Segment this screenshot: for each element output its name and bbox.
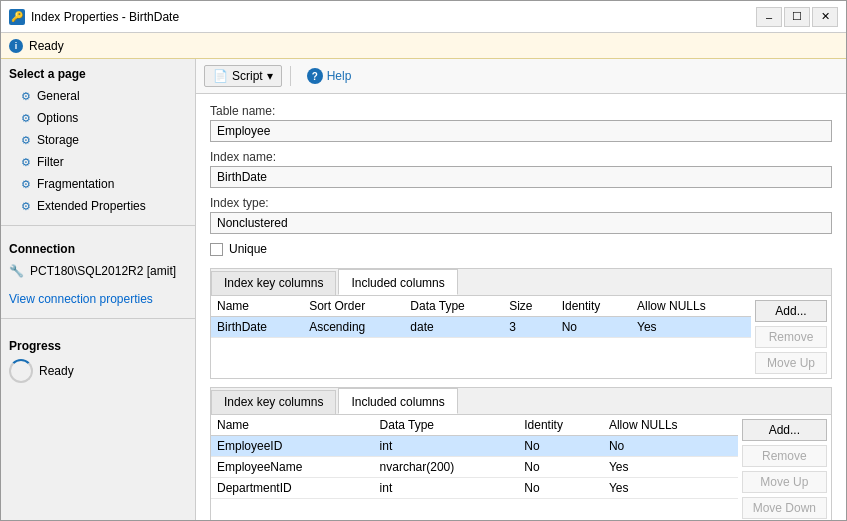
lower-col-identity: Identity	[518, 415, 603, 436]
sidebar-label-filter: Filter	[37, 155, 64, 169]
sidebar: Select a page ⚙ General ⚙ Options ⚙ Stor…	[1, 59, 196, 520]
lower-col-datatype: Data Type	[374, 415, 519, 436]
unique-row: Unique	[210, 242, 832, 256]
upper-add-button[interactable]: Add...	[755, 300, 827, 322]
extended-properties-icon: ⚙	[21, 200, 31, 213]
sidebar-item-extended-properties[interactable]: ⚙ Extended Properties	[1, 195, 195, 217]
upper-col-identity: Identity	[556, 296, 631, 317]
filter-icon: ⚙	[21, 156, 31, 169]
lower-move-down-button[interactable]: Move Down	[742, 497, 827, 519]
lower-cell-datatype-2: int	[374, 478, 519, 499]
table-name-label: Table name:	[210, 104, 832, 118]
upper-move-up-button[interactable]: Move Up	[755, 352, 827, 374]
options-icon: ⚙	[21, 112, 31, 125]
lower-table-with-buttons: Name Data Type Identity Allow NULLs Empl…	[211, 415, 831, 520]
lower-cell-allownulls-0: No	[603, 436, 738, 457]
form-area: Table name: Index name: Index type: Uniq…	[196, 94, 846, 520]
unique-label: Unique	[229, 242, 267, 256]
lower-cell-identity-2: No	[518, 478, 603, 499]
lower-cell-identity-0: No	[518, 436, 603, 457]
upper-cell-identity: No	[556, 317, 631, 338]
sidebar-item-filter[interactable]: ⚙ Filter	[1, 151, 195, 173]
lower-table-scroll: Name Data Type Identity Allow NULLs Empl…	[211, 415, 738, 520]
sidebar-item-general[interactable]: ⚙ General	[1, 85, 195, 107]
index-name-input[interactable]	[210, 166, 832, 188]
upper-col-sort: Sort Order	[303, 296, 404, 317]
lower-tabs-container: Index key columns Included columns Name	[210, 387, 832, 520]
upper-table-row[interactable]: BirthDate Ascending date 3 No Yes	[211, 317, 751, 338]
lower-tab-included[interactable]: Included columns	[338, 388, 457, 414]
upper-col-allownulls: Allow NULLs	[631, 296, 751, 317]
sidebar-item-fragmentation[interactable]: ⚙ Fragmentation	[1, 173, 195, 195]
help-button[interactable]: ? Help	[299, 65, 360, 87]
lower-cell-allownulls-1: Yes	[603, 457, 738, 478]
table-name-input[interactable]	[210, 120, 832, 142]
lower-table-row-0[interactable]: EmployeeID int No No	[211, 436, 738, 457]
sidebar-label-fragmentation: Fragmentation	[37, 177, 114, 191]
unique-checkbox[interactable]	[210, 243, 223, 256]
sidebar-item-options[interactable]: ⚙ Options	[1, 107, 195, 129]
sidebar-divider	[1, 225, 195, 226]
lower-cell-allownulls-2: Yes	[603, 478, 738, 499]
upper-tab-included-label: Included columns	[351, 276, 444, 290]
lower-cell-name-2: DepartmentID	[211, 478, 374, 499]
upper-cell-allownulls: Yes	[631, 317, 751, 338]
lower-remove-button[interactable]: Remove	[742, 445, 827, 467]
lower-cell-datatype-0: int	[374, 436, 519, 457]
upper-tab-index-key[interactable]: Index key columns	[211, 271, 336, 295]
view-connection-link[interactable]: View connection properties	[1, 288, 195, 310]
minimize-button[interactable]: –	[756, 7, 782, 27]
upper-table-scroll: Name Sort Order Data Type Size Identity …	[211, 296, 751, 378]
script-button[interactable]: 📄 Script ▾	[204, 65, 282, 87]
lower-table-row-2[interactable]: DepartmentID int No Yes	[211, 478, 738, 499]
script-icon: 📄	[213, 69, 228, 83]
lower-cell-identity-1: No	[518, 457, 603, 478]
sidebar-divider2	[1, 318, 195, 319]
upper-action-buttons: Add... Remove Move Up	[751, 296, 831, 378]
upper-table-header-row: Name Sort Order Data Type Size Identity …	[211, 296, 751, 317]
lower-tab-included-label: Included columns	[351, 395, 444, 409]
connection-server: PCT180\SQL2012R2 [amit]	[30, 264, 176, 278]
upper-cell-sort: Ascending	[303, 317, 404, 338]
toolbar-divider	[290, 66, 291, 86]
upper-cell-size: 3	[503, 317, 556, 338]
sidebar-section-title: Select a page	[1, 59, 195, 85]
title-bar-left: 🔑 Index Properties - BirthDate	[9, 9, 179, 25]
upper-tabs-header: Index key columns Included columns	[211, 269, 831, 296]
upper-col-size: Size	[503, 296, 556, 317]
close-button[interactable]: ✕	[812, 7, 838, 27]
general-icon: ⚙	[21, 90, 31, 103]
sidebar-item-storage[interactable]: ⚙ Storage	[1, 129, 195, 151]
lower-tabs-header: Index key columns Included columns	[211, 388, 831, 415]
main-window: 🔑 Index Properties - BirthDate – ☐ ✕ i R…	[0, 0, 847, 521]
sidebar-label-extended-properties: Extended Properties	[37, 199, 146, 213]
window-title: Index Properties - BirthDate	[31, 10, 179, 24]
status-text: Ready	[29, 39, 64, 53]
upper-remove-button[interactable]: Remove	[755, 326, 827, 348]
lower-col-name: Name	[211, 415, 374, 436]
lower-table-row-1[interactable]: EmployeeName nvarchar(200) No Yes	[211, 457, 738, 478]
window-icon: 🔑	[9, 9, 25, 25]
sidebar-label-general: General	[37, 89, 80, 103]
fragmentation-icon: ⚙	[21, 178, 31, 191]
progress-status: Ready	[39, 364, 74, 378]
lower-move-up-button[interactable]: Move Up	[742, 471, 827, 493]
index-type-input[interactable]	[210, 212, 832, 234]
maximize-button[interactable]: ☐	[784, 7, 810, 27]
status-bar: i Ready	[1, 33, 846, 59]
progress-title: Progress	[9, 339, 187, 353]
upper-tabs-container: Index key columns Included columns Name	[210, 268, 832, 379]
storage-icon: ⚙	[21, 134, 31, 147]
script-dropdown-icon: ▾	[267, 69, 273, 83]
upper-cell-datatype: date	[404, 317, 503, 338]
upper-table-with-buttons: Name Sort Order Data Type Size Identity …	[211, 296, 831, 378]
lower-add-button[interactable]: Add...	[742, 419, 827, 441]
connection-section: Connection 🔧 PCT180\SQL2012R2 [amit]	[1, 234, 195, 288]
lower-col-allownulls: Allow NULLs	[603, 415, 738, 436]
title-bar: 🔑 Index Properties - BirthDate – ☐ ✕	[1, 1, 846, 33]
index-type-label: Index type:	[210, 196, 832, 210]
lower-table-header-row: Name Data Type Identity Allow NULLs	[211, 415, 738, 436]
lower-tab-index-key[interactable]: Index key columns	[211, 390, 336, 414]
toolbar: 📄 Script ▾ ? Help	[196, 59, 846, 94]
upper-tab-included[interactable]: Included columns	[338, 269, 457, 295]
